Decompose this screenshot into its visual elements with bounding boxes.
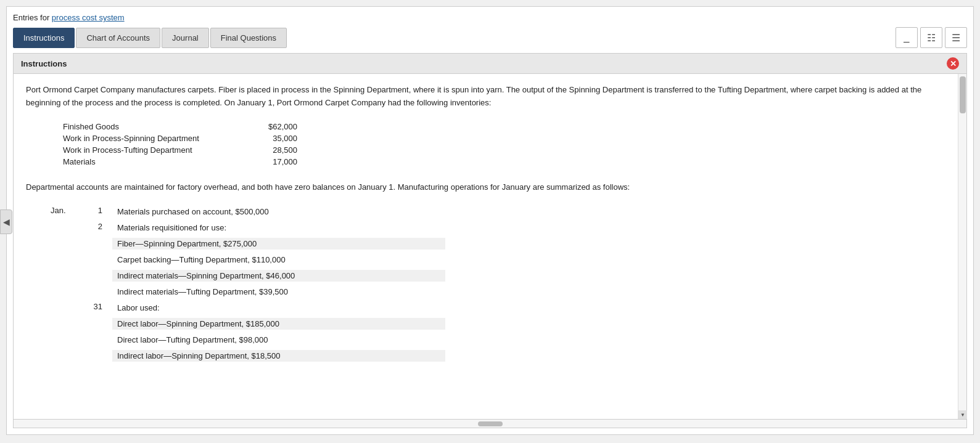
op-row-5: Indirect materials—Tufting Department, $…: [51, 286, 945, 301]
tabs-container: Instructions Chart of Accounts Journal F…: [13, 28, 287, 48]
scroll-down-arrow[interactable]: ▼: [958, 410, 967, 419]
horizontal-scrollbar[interactable]: [14, 419, 966, 428]
op-row-4: Indirect materials—Spinning Department, …: [51, 270, 945, 285]
panel-title: Instructions: [21, 59, 67, 68]
entries-link[interactable]: process cost system: [52, 13, 125, 22]
inv-value-finished-goods: $62,000: [236, 122, 297, 131]
close-button[interactable]: ✕: [947, 57, 959, 70]
op-row-8: Direct labor—Tufting Department, $98,000: [51, 334, 945, 349]
op-num-1: 2: [88, 222, 112, 231]
list-icon-button[interactable]: ☷: [920, 27, 942, 48]
inv-label-wip-spinning: Work in Process-Spinning Department: [63, 134, 236, 143]
op-desc-5: Indirect materials—Tufting Department, $…: [112, 286, 945, 298]
left-panel-arrow[interactable]: ◀: [0, 209, 12, 234]
outer-container: Entries for process cost system Instruct…: [6, 6, 974, 435]
panel-content: Port Ormond Carpet Company manufactures …: [14, 74, 958, 419]
op-row-3: Carpet backing—Tufting Department, $110,…: [51, 254, 945, 269]
op-desc-2: Fiber—Spinning Department, $275,000: [112, 238, 445, 250]
tab-icons: ⎯ ☷ ☰: [896, 27, 967, 48]
panel-icon-button[interactable]: ⎯: [896, 27, 918, 48]
op-desc-9: Indirect labor—Spinning Department, $18,…: [112, 350, 445, 362]
list-icon: ☷: [927, 32, 936, 44]
inv-value-materials: 17,000: [236, 157, 297, 166]
op-row-7: Direct labor—Spinning Department, $185,0…: [51, 318, 945, 333]
tab-instructions[interactable]: Instructions: [13, 28, 75, 48]
inv-label-finished-goods: Finished Goods: [63, 122, 236, 131]
vertical-scrollbar[interactable]: ▼: [958, 74, 966, 419]
op-row-2: Fiber—Spinning Department, $275,000: [51, 238, 945, 253]
op-date-0: Jan.: [51, 206, 88, 215]
inv-label-materials: Materials: [63, 157, 236, 166]
instructions-panel: Instructions ✕ Port Ormond Carpet Compan…: [13, 53, 967, 428]
tab-chart-of-accounts[interactable]: Chart of Accounts: [76, 28, 160, 48]
tab-final-questions[interactable]: Final Questions: [210, 28, 287, 48]
scroll-thumb[interactable]: [960, 76, 966, 113]
inv-value-wip-tufting: 28,500: [236, 145, 297, 155]
inventory-row-wip-spinning: Work in Process-Spinning Department 35,0…: [63, 134, 945, 143]
op-desc-3: Carpet backing—Tufting Department, $110,…: [112, 254, 945, 266]
intro-text: Port Ormond Carpet Company manufactures …: [26, 84, 945, 110]
inv-value-wip-spinning: 35,000: [236, 134, 297, 143]
op-row-0: Jan. 1 Materials purchased on account, $…: [51, 206, 945, 221]
op-desc-6: Labor used:: [112, 302, 945, 314]
op-desc-1: Materials requisitioned for use:: [112, 222, 945, 234]
entries-header: Entries for process cost system: [13, 13, 967, 22]
menu-icon: ☰: [952, 32, 960, 44]
dept-text: Departmental accounts are maintained for…: [26, 181, 945, 194]
op-num-0: 1: [88, 206, 112, 215]
panel-icon: ⎯: [904, 32, 910, 43]
op-desc-8: Direct labor—Tufting Department, $98,000: [112, 334, 945, 346]
inventory-table: Finished Goods $62,000 Work in Process-S…: [63, 122, 945, 166]
op-row-1: 2 Materials requisitioned for use:: [51, 222, 945, 237]
inventory-row-materials: Materials 17,000: [63, 157, 945, 166]
op-num-6: 31: [88, 302, 112, 311]
inventory-row-finished-goods: Finished Goods $62,000: [63, 122, 945, 131]
op-desc-4: Indirect materials—Spinning Department, …: [112, 270, 445, 282]
tab-journal[interactable]: Journal: [162, 28, 209, 48]
inv-label-wip-tufting: Work in Process-Tufting Department: [63, 145, 236, 155]
operations-table: Jan. 1 Materials purchased on account, $…: [51, 206, 945, 365]
panel-header: Instructions ✕: [14, 54, 966, 74]
inventory-row-wip-tufting: Work in Process-Tufting Department 28,50…: [63, 145, 945, 155]
op-desc-7: Direct labor—Spinning Department, $185,0…: [112, 318, 445, 330]
tab-bar: Instructions Chart of Accounts Journal F…: [13, 27, 967, 48]
op-row-6: 31 Labor used:: [51, 302, 945, 317]
entries-label: Entries for: [13, 13, 52, 22]
op-desc-0: Materials purchased on account, $500,000: [112, 206, 945, 217]
op-row-9: Indirect labor—Spinning Department, $18,…: [51, 350, 945, 365]
horizontal-scroll-thumb[interactable]: [478, 421, 503, 426]
menu-icon-button[interactable]: ☰: [945, 27, 967, 48]
